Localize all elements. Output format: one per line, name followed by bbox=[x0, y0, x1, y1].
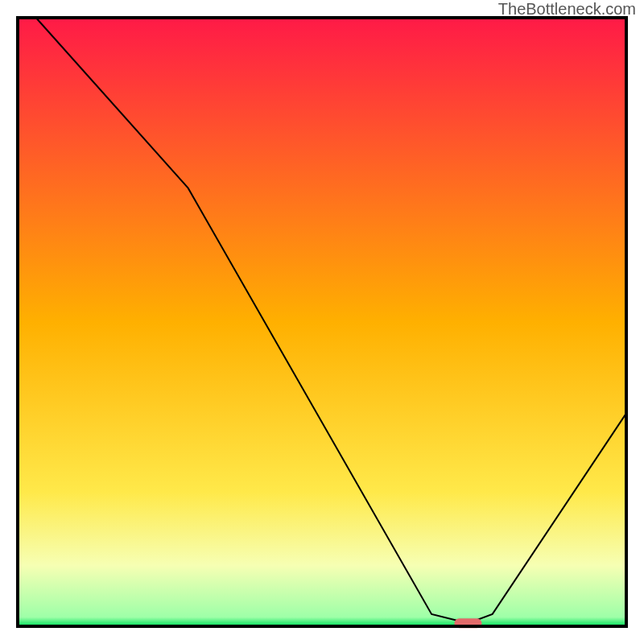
watermark: TheBottleneck.com bbox=[498, 0, 636, 18]
chart-container: TheBottleneck.com bbox=[0, 0, 644, 644]
chart-svg: TheBottleneck.com bbox=[0, 0, 644, 644]
plot-background bbox=[18, 18, 626, 626]
